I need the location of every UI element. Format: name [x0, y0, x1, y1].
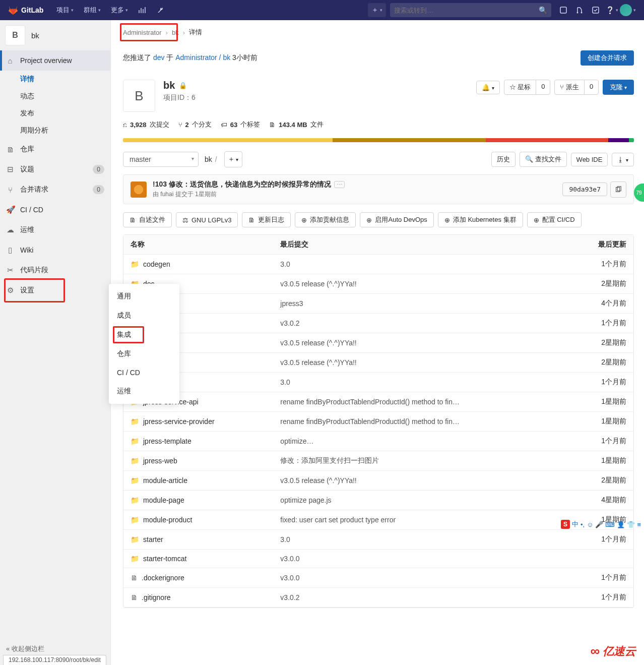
sidebar-mr[interactable]: ⑂合并请求0 — [0, 179, 110, 200]
history-button[interactable]: 历史 — [491, 152, 516, 167]
stat-tags[interactable]: 🏷 63 个标签 — [221, 120, 260, 129]
table-row[interactable]: 📁onsv3.0.21个月前 — [123, 314, 633, 333]
file-last-commit[interactable]: jpress3 — [273, 294, 568, 314]
file-last-commit[interactable]: 3.0 — [273, 530, 568, 550]
chip-add-contrib[interactable]: ⊕ 添加贡献信息 — [295, 212, 356, 227]
table-row[interactable]: 📁jpress-service-providerrename findByPro… — [123, 412, 633, 432]
sidebar-sub-details[interactable]: 详情 — [0, 71, 110, 88]
nav-search[interactable]: 🔍 — [390, 3, 551, 17]
file-last-commit[interactable]: v3.0.5 release (^.^)YYa!! — [273, 274, 568, 294]
file-last-commit[interactable]: v3.0.0 — [273, 550, 568, 568]
sidebar-wiki[interactable]: ▯Wiki — [0, 240, 110, 260]
table-row[interactable]: 📁mmonsv3.0.5 release (^.^)YYa!!2星期前 — [123, 333, 633, 353]
flyout-integrations[interactable]: 集成 — [109, 325, 179, 344]
nav-wrench-icon[interactable] — [151, 0, 169, 20]
clone-dropdown[interactable]: 克隆 — [603, 80, 634, 95]
find-file-button[interactable]: 🔍 查找文件 — [520, 152, 567, 167]
ime-toolbar[interactable]: S中 •, ☺ 🎤 ⌨ 👤 👕 ≡ — [561, 519, 641, 530]
sidebar-sub-releases[interactable]: 发布 — [0, 105, 110, 122]
flyout-repo[interactable]: 仓库 — [109, 344, 179, 364]
table-row[interactable]: 📁module-articlev3.0.5 release (^.^)YYa!!… — [123, 471, 633, 491]
file-last-commit[interactable]: v3.0.2 — [273, 314, 568, 333]
sidebar-sub-cycle[interactable]: 周期分析 — [0, 122, 110, 139]
nav-user-menu[interactable]: ▾ — [620, 0, 636, 20]
chip-license[interactable]: ⚖ GNU LGPLv3 — [176, 212, 238, 227]
stat-commits[interactable]: ⎌ 3,928 次提交 — [123, 120, 169, 129]
add-file-dropdown[interactable]: ＋▾ — [224, 151, 242, 167]
table-row[interactable]: 📁starter3.01个月前 — [123, 530, 633, 550]
sidebar-sub-activity[interactable]: 动态 — [0, 88, 110, 105]
table-row[interactable]: 📁jpress-service-apirename findByProductT… — [123, 392, 633, 412]
table-row[interactable]: 📁codegen3.01个月前 — [123, 255, 633, 274]
sidebar-ops[interactable]: ☁运维 — [0, 220, 110, 240]
sidebar-project-link[interactable]: B bk — [0, 20, 110, 50]
copy-sha-button[interactable] — [610, 182, 626, 198]
web-ide-button[interactable]: Web IDE — [571, 153, 608, 166]
table-row[interactable]: 📁jpress-web修改：添加阿里支付扫一扫图片1星期前 — [123, 451, 633, 471]
table-row[interactable]: 📁module-pageoptimize page.js4星期前 — [123, 491, 633, 510]
star-button[interactable]: ☆ 星标0 — [504, 80, 551, 95]
table-row[interactable]: 📁el3.01个月前 — [123, 373, 633, 392]
nav-activity-icon[interactable] — [133, 0, 151, 20]
stat-branches[interactable]: ⑂ 2 个分支 — [178, 120, 212, 129]
sidebar-cicd[interactable]: 🚀CI / CD — [0, 200, 110, 220]
flyout-ops[interactable]: 运维 — [109, 382, 179, 401]
file-last-commit[interactable]: fixed: user cart set product type error — [273, 510, 568, 530]
file-last-commit[interactable]: 修改：添加阿里支付扫一扫图片 — [273, 451, 568, 471]
file-last-commit[interactable]: 3.0 — [273, 373, 568, 392]
nav-help-icon[interactable]: ❔▾ — [604, 0, 620, 20]
flyout-members[interactable]: 成员 — [109, 306, 179, 325]
search-icon[interactable]: 🔍 — [539, 6, 547, 14]
table-row[interactable]: 📁module-productfixed: user cart set prod… — [123, 510, 633, 530]
file-last-commit[interactable]: 3.0 — [273, 255, 568, 274]
sidebar-overview[interactable]: ⌂ Project overview — [0, 50, 110, 71]
file-last-commit[interactable]: optimize page.js — [273, 491, 568, 510]
commit-author-avatar[interactable] — [131, 182, 147, 198]
download-dropdown[interactable]: ⭳ ▾ — [612, 153, 634, 166]
nav-new-dropdown[interactable]: ＋▾ — [368, 3, 386, 17]
commit-sha[interactable]: 90da93e7 — [562, 183, 607, 196]
crumb-admin[interactable]: Administrator — [123, 29, 162, 36]
table-row[interactable]: 📁starter-tomcatv3.0.0 — [123, 550, 633, 568]
file-last-commit[interactable]: rename findByProductTablendProductId() m… — [273, 412, 568, 432]
file-last-commit[interactable]: optimize… — [273, 432, 568, 451]
commit-expand-icon[interactable]: ⋯ — [334, 181, 345, 188]
chip-cicd[interactable]: ⊕ 配置 CI/CD — [527, 212, 582, 227]
branch-select[interactable]: master — [123, 152, 199, 167]
file-last-commit[interactable]: v3.0.5 release (^.^)YYa!! — [273, 353, 568, 373]
chip-autodevops[interactable]: ⊕ 启用Auto DevOps — [360, 212, 433, 227]
sidebar-snippets[interactable]: ✂代码片段 — [0, 260, 110, 280]
sidebar-repo[interactable]: 🗎仓库 — [0, 139, 110, 159]
table-row[interactable]: 🗎.dockerignorev3.0.01个月前 — [123, 568, 633, 588]
path-root[interactable]: bk — [205, 155, 212, 163]
chip-k8s[interactable]: ⊕ 添加 Kubernetes 集群 — [438, 212, 523, 227]
gitlab-logo[interactable]: GitLab — [8, 5, 43, 15]
crumb-project[interactable]: bk — [172, 29, 179, 36]
chip-changelog[interactable]: 🗎 更新日志 — [242, 212, 291, 227]
file-last-commit[interactable]: v3.0.5 release (^.^)YYa!! — [273, 471, 568, 491]
file-last-commit[interactable]: v3.0.0 — [273, 568, 568, 588]
nav-projects[interactable]: 项目▾ — [51, 0, 79, 20]
commit-title[interactable]: !103 修改：送货信息，快递信息为空的时候报异常的情况 — [153, 180, 331, 188]
flyout-general[interactable]: 通用 — [109, 287, 179, 306]
nav-issues-icon[interactable] — [555, 0, 571, 20]
nav-mr-icon[interactable] — [571, 0, 588, 20]
file-last-commit[interactable]: v3.0.5 release (^.^)YYa!! — [273, 333, 568, 353]
language-bar[interactable] — [123, 138, 634, 142]
table-row[interactable]: 📁jpress-templateoptimize…1个月前 — [123, 432, 633, 451]
fork-button[interactable]: ⑂ 派生0 — [554, 80, 599, 95]
table-row[interactable]: 📁docv3.0.5 release (^.^)YYa!!2星期前 — [123, 274, 633, 294]
nav-todos-icon[interactable] — [588, 0, 604, 20]
create-mr-button[interactable]: 创建合并请求 — [581, 50, 634, 66]
table-row[interactable]: 📁v3.0.5 release (^.^)YYa!!2星期前 — [123, 353, 633, 373]
pushed-target-link[interactable]: Administrator / bk — [175, 53, 230, 62]
file-last-commit[interactable]: rename findByProductTablendProductId() m… — [273, 392, 568, 412]
table-row[interactable]: 📁jpress34个月前 — [123, 294, 633, 314]
sidebar-settings[interactable]: ⚙设置 — [0, 280, 110, 300]
commit-author-link[interactable]: fuhai — [160, 191, 173, 198]
table-row[interactable]: 🗎.gitignorev3.0.21个月前 — [123, 588, 633, 608]
search-input[interactable] — [394, 7, 539, 14]
chip-readme[interactable]: 🗎 自述文件 — [123, 212, 172, 227]
notifications-dropdown[interactable]: 🔔 ▾ — [476, 81, 500, 94]
nav-more[interactable]: 更多▾ — [106, 0, 133, 20]
